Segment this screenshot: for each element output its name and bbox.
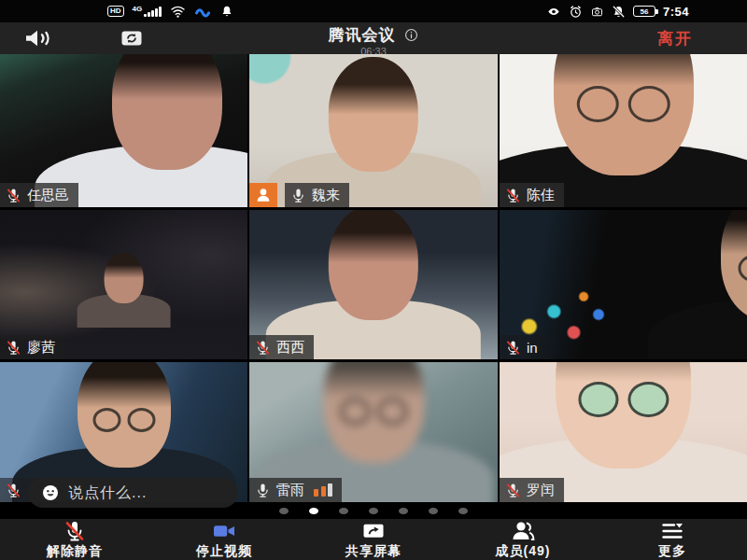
host-badge	[249, 183, 277, 207]
mic-muted-icon	[6, 340, 21, 356]
bottom-toolbar: 解除静音 停止视频 共享屏幕 成员(49)	[0, 519, 747, 560]
more-button[interactable]: 更多	[598, 519, 747, 560]
page-dot	[399, 508, 408, 514]
flip-camera-button[interactable]	[110, 25, 153, 51]
participant-name: 罗闰	[527, 482, 555, 499]
participant-label: 魏来	[285, 183, 349, 207]
mic-muted-icon	[255, 340, 271, 356]
info-circle-icon[interactable]	[403, 27, 419, 43]
camera-icon	[590, 6, 604, 18]
eye-icon	[546, 6, 561, 18]
participant-name: 陈佳	[527, 187, 555, 204]
page-dot	[279, 508, 289, 514]
cellular-signal-icon: 4G	[133, 7, 162, 17]
video-tile[interactable]: 罗闰	[500, 362, 747, 502]
stop-video-button[interactable]: 停止视频	[149, 519, 299, 560]
battery-icon: 56	[633, 6, 655, 17]
app-title: 腾讯会议	[329, 24, 396, 46]
network-type-label: 4G	[133, 6, 143, 13]
chat-placeholder: 说点什么...	[68, 483, 147, 503]
status-left-group: HD 4G	[107, 0, 233, 22]
mic-on-icon	[255, 483, 271, 498]
audio-level-icon	[314, 483, 332, 497]
speaker-icon	[22, 27, 54, 49]
video-tile[interactable]: 陈佳	[500, 54, 747, 207]
participant-name: 任思邑	[27, 187, 69, 204]
mic-muted-icon	[505, 188, 521, 203]
blue-wave-icon	[194, 6, 212, 18]
mic-muted-icon	[63, 520, 87, 542]
battery-level: 56	[641, 7, 649, 16]
more-icon	[659, 520, 685, 542]
clock-time: 7:54	[663, 5, 689, 19]
participant-label: 罗闰	[500, 478, 564, 502]
page-dot	[458, 508, 468, 514]
participant-label: 任思邑	[0, 183, 78, 207]
toolbar-label: 停止视频	[196, 543, 252, 560]
page-dot	[339, 508, 348, 514]
unmute-button[interactable]: 解除静音	[0, 519, 149, 560]
page-dot	[369, 508, 378, 514]
mic-muted-icon	[505, 483, 521, 498]
screen-share-icon	[360, 520, 387, 542]
page-dot	[309, 508, 318, 514]
host-person-icon	[255, 187, 272, 203]
flip-camera-icon	[117, 27, 147, 49]
chat-input-bar[interactable]: 说点什么...	[28, 478, 238, 508]
video-camera-icon	[210, 520, 238, 542]
hd-badge: HD	[107, 6, 124, 17]
mic-muted-icon	[6, 483, 21, 498]
participant-label: 西西	[249, 335, 314, 359]
toolbar-label: 解除静音	[47, 543, 103, 560]
participant-name: in	[527, 340, 538, 356]
notification-bell-icon	[220, 5, 233, 18]
meeting-app-screen: HD 4G	[0, 0, 747, 560]
video-tile[interactable]: in	[500, 210, 747, 359]
toolbar-label: 成员(49)	[496, 543, 551, 560]
video-tile[interactable]: 任思邑	[0, 54, 247, 207]
video-grid: 任思邑 魏来 陈佳	[0, 54, 747, 502]
status-right-group: 56 7:54	[546, 0, 689, 22]
video-tile[interactable]: 魏来	[249, 54, 498, 207]
participant-label: 廖茜	[0, 335, 64, 359]
wifi-icon	[170, 5, 186, 19]
mic-on-icon	[290, 188, 306, 203]
video-tile[interactable]: 雷雨	[249, 362, 498, 502]
meeting-header: 腾讯会议 06:33 离开	[0, 22, 747, 54]
page-dot	[429, 508, 438, 514]
members-icon	[509, 520, 537, 542]
participant-name: 雷雨	[276, 482, 304, 499]
participant-name: 魏来	[312, 187, 340, 204]
members-button[interactable]: 成员(49)	[448, 519, 598, 560]
mic-muted-icon	[6, 188, 21, 203]
speaker-toggle-button[interactable]	[17, 25, 60, 51]
status-bar: HD 4G	[0, 0, 747, 22]
video-tile[interactable]: 廖茜	[0, 210, 247, 359]
participant-label: in	[500, 335, 547, 359]
leave-meeting-button[interactable]: 离开	[657, 28, 693, 49]
bell-muted-icon	[612, 5, 626, 19]
alarm-icon	[569, 5, 583, 19]
participant-label: 陈佳	[500, 183, 564, 207]
toolbar-label: 共享屏幕	[345, 543, 402, 560]
share-screen-button[interactable]: 共享屏幕	[299, 519, 448, 560]
emoji-icon[interactable]	[41, 483, 60, 502]
participant-name: 廖茜	[27, 339, 55, 357]
participant-name: 西西	[276, 339, 304, 357]
signal-bars-icon	[144, 7, 162, 17]
video-tile[interactable]: 西西	[249, 210, 498, 359]
participant-label: 雷雨	[249, 478, 342, 502]
toolbar-label: 更多	[658, 543, 686, 560]
mic-muted-icon	[505, 340, 521, 356]
